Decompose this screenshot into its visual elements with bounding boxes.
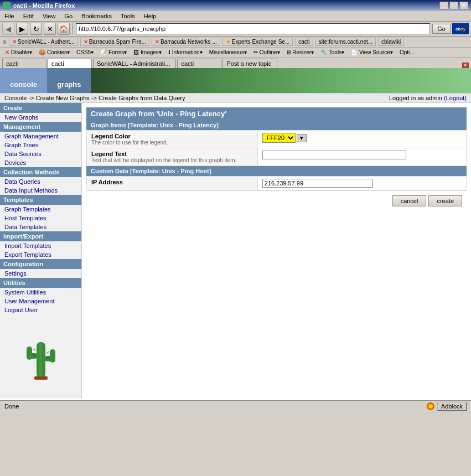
ip-address-input[interactable]	[262, 179, 373, 188]
menu-help[interactable]: Help	[142, 12, 159, 20]
menu-view[interactable]: View	[40, 12, 58, 20]
svg-point-12	[428, 404, 433, 408]
close-tab-btn[interactable]: ✕	[462, 63, 469, 68]
menu-file[interactable]: File	[2, 12, 17, 20]
browser-content: console graphs Console -> Create New Gra…	[0, 68, 471, 400]
go-button[interactable]: Go	[432, 24, 451, 34]
ip-address-label: IP Address	[91, 179, 253, 185]
view-source-item[interactable]: 📄 View Source▾	[348, 48, 396, 56]
form-table: Legend Color The color to use for the le…	[86, 130, 467, 166]
main-content: Create Graph from 'Unix - Ping Latency' …	[82, 103, 471, 399]
outline-item[interactable]: ✏ Outline▾	[251, 48, 282, 56]
menu-tools[interactable]: Tools	[118, 12, 137, 20]
sidebar-item-system-utilities[interactable]: System Utilities	[0, 288, 81, 297]
tab-cacti-2[interactable]: cacti	[48, 59, 92, 68]
maximize-btn[interactable]: □	[449, 2, 458, 9]
tab-cacti-1[interactable]: cacti	[2, 59, 46, 68]
graphs-tab[interactable]: graphs	[47, 68, 91, 93]
legend-color-select[interactable]: FFF200	[262, 133, 296, 143]
sidebar-item-export-templates[interactable]: Export Templates	[0, 250, 81, 259]
cacti-body: Create New Graphs Management Graph Manag…	[0, 103, 471, 399]
sidebar-section-templates: Templates	[0, 195, 81, 205]
sidebar-section-management: Management	[0, 122, 81, 132]
legend-color-row: Legend Color The color to use for the le…	[87, 131, 467, 148]
logout-link[interactable]: (Logout)	[444, 95, 467, 101]
resizer-item[interactable]: ⊞ Resizer▾	[284, 48, 317, 56]
bm-site-forums[interactable]: site:forums.cacti.net...	[315, 38, 376, 46]
address-bar: Go	[76, 23, 451, 34]
legend-text-input[interactable]	[262, 151, 406, 159]
bm-barracuda-net[interactable]: ✕ Barracuda Networks ...	[152, 38, 220, 46]
sidebar-item-user-management[interactable]: User Management	[0, 297, 81, 306]
sidebar-item-logout-user[interactable]: Logout User	[0, 306, 81, 314]
sidebar-section-configuration: Configuration	[0, 259, 81, 269]
cacti-header: console graphs	[0, 68, 471, 93]
tools-item[interactable]: 🔧 Tools▾	[318, 48, 347, 56]
minimize-btn[interactable]: _	[439, 2, 448, 9]
legend-color-desc: The color to use for the legend.	[91, 139, 253, 146]
sidebar-item-devices[interactable]: Devices	[0, 158, 81, 167]
address-input[interactable]	[76, 23, 430, 34]
stop-btn[interactable]: ✕	[44, 23, 56, 35]
forms-item[interactable]: 📝 Forms▾	[97, 48, 130, 56]
custom-data-header: Custom Data [Template: Unix - Ping Host]	[86, 166, 467, 176]
forward-btn[interactable]: ▶	[16, 23, 28, 35]
status-text: Done	[4, 403, 19, 410]
tab-cacti-3[interactable]: cacti	[177, 59, 221, 68]
bm-experts[interactable]: ★ Experts Exchange Se...	[222, 38, 293, 46]
bm-cbiawiki[interactable]: cbiawiki	[378, 38, 404, 46]
sidebar-item-data-templates[interactable]: Data Templates	[0, 223, 81, 231]
tab-post[interactable]: Post a new topic	[222, 59, 277, 68]
svg-line-7	[33, 349, 35, 350]
close-btn[interactable]: ✕	[459, 2, 468, 9]
tab-sonicwall[interactable]: SonicWALL - Administrati...	[93, 59, 176, 68]
svg-rect-6	[39, 343, 42, 376]
bm-sonicwall[interactable]: ✕ SonicWALL - Authent...	[9, 38, 78, 46]
sidebar-item-data-input-methods[interactable]: Data Input Methods	[0, 186, 81, 195]
menu-go[interactable]: Go	[62, 12, 75, 20]
sidebar-item-data-queries[interactable]: Data Queries	[0, 177, 81, 186]
opti-item[interactable]: Opti...	[397, 48, 417, 56]
cancel-button[interactable]: cancel	[392, 195, 427, 206]
svg-rect-4	[50, 349, 55, 363]
tab-close-icon[interactable]: ✕	[462, 63, 469, 68]
sidebar-item-import-templates[interactable]: Import Templates	[0, 241, 81, 250]
color-picker-btn[interactable]: ▼	[297, 134, 307, 142]
information-item[interactable]: ℹ Information▾	[165, 48, 205, 56]
back-btn[interactable]: ◀	[2, 23, 14, 35]
breadcrumb: Console -> Create New Graphs -> Create G…	[0, 93, 471, 103]
bm-barracuda-spam[interactable]: ✕ Barracuda Spam Fire...	[80, 38, 149, 46]
sidebar-item-graph-management[interactable]: Graph Management	[0, 132, 81, 141]
miscellaneous-item[interactable]: Miscellaneous▾	[206, 48, 250, 56]
css5-item[interactable]: CSS5▾	[74, 48, 96, 56]
cactus-image	[0, 314, 81, 399]
console-tab[interactable]: console	[0, 68, 47, 93]
custom-data-table: IP Address	[86, 176, 467, 190]
sidebar-item-graph-templates[interactable]: Graph Templates	[0, 205, 81, 214]
cactus-svg	[19, 325, 63, 386]
sidebar-item-host-templates[interactable]: Host Templates	[0, 214, 81, 223]
menu-bookmarks[interactable]: Bookmarks	[79, 12, 114, 20]
sidebar-item-new-graphs[interactable]: New Graphs	[0, 113, 81, 122]
sidebar-section-create: Create	[0, 103, 81, 113]
create-button[interactable]: create	[428, 195, 462, 206]
sidebar-section-collection: Collection Methods	[0, 167, 81, 177]
home-btn[interactable]: 🏠	[58, 23, 70, 35]
sidebar-item-settings[interactable]: Settings	[0, 269, 81, 278]
bm-cacti[interactable]: cacti	[295, 38, 313, 46]
cacti-header-image	[91, 68, 471, 93]
browser-icon	[3, 2, 11, 9]
images-item[interactable]: 🖼 Images▾	[131, 48, 164, 56]
reload-btn[interactable]: ↻	[30, 23, 42, 35]
cookies-item[interactable]: 🍪 Cookies▾	[36, 48, 73, 56]
disable-item[interactable]: ✕ Disable▾	[2, 48, 35, 56]
adblock-button[interactable]: Adblock	[437, 402, 467, 411]
breadcrumb-user: Logged in as admin (Logout)	[389, 95, 467, 101]
sidebar-item-graph-trees[interactable]: Graph Trees	[0, 141, 81, 149]
menu-edit[interactable]: Edit	[21, 12, 36, 20]
sidebar-item-data-sources[interactable]: Data Sources	[0, 149, 81, 158]
graph-items-header: Graph Items [Template: Unix - Ping Laten…	[86, 120, 467, 130]
toolbar2: ✕ Disable▾ 🍪 Cookies▾ CSS5▾ 📝 Forms▾ 🖼 I…	[0, 48, 471, 58]
sidebar-section-utilities: Utilities	[0, 278, 81, 288]
ip-address-input-cell	[257, 177, 466, 190]
